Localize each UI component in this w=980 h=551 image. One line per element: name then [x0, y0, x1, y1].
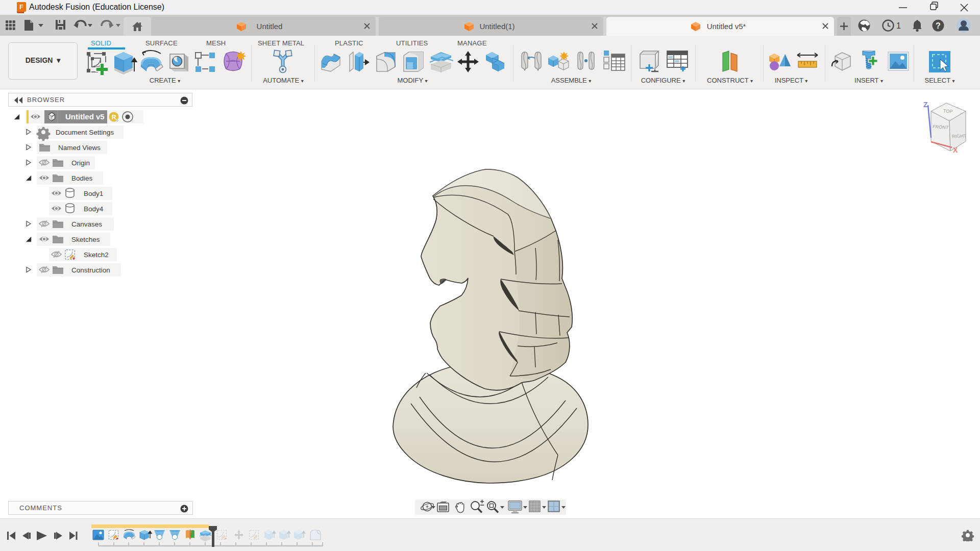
svg-text:X: X	[953, 146, 958, 154]
svg-text:Origin: Origin	[71, 159, 90, 167]
svg-text:F: F	[19, 3, 23, 11]
svg-text:FRONT: FRONT	[932, 124, 949, 130]
svg-text:Z: Z	[923, 101, 928, 109]
svg-text:RIGHT: RIGHT	[951, 133, 967, 139]
svg-text:Canvases: Canvases	[71, 220, 102, 228]
svg-text:Body1: Body1	[84, 190, 103, 197]
svg-text:Untitled v5: Untitled v5	[65, 112, 105, 121]
svg-text:Sketch2: Sketch2	[84, 251, 109, 259]
svg-text:TOP: TOP	[943, 108, 953, 114]
svg-text:Body4: Body4	[84, 205, 104, 213]
svg-text:Named Views: Named Views	[58, 144, 101, 152]
svg-text:?: ?	[936, 21, 941, 30]
svg-text:R: R	[112, 114, 116, 121]
svg-text:Bodies: Bodies	[71, 174, 93, 182]
svg-text:Document Settings: Document Settings	[56, 129, 114, 136]
svg-text:1: 1	[896, 21, 901, 30]
svg-text:Construction: Construction	[71, 266, 110, 274]
svg-text:Sketches: Sketches	[71, 236, 100, 243]
